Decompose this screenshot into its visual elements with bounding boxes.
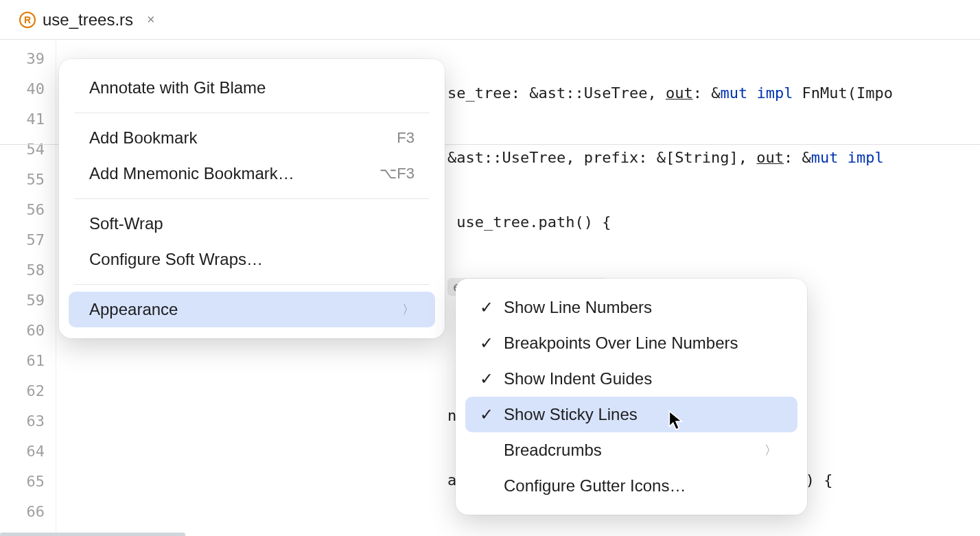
close-icon[interactable]: × <box>147 12 155 27</box>
line-number[interactable]: 55 <box>0 165 45 195</box>
chevron-right-icon: 〉 <box>402 301 415 318</box>
line-number[interactable]: 39 <box>0 44 45 74</box>
check-icon: ✓ <box>479 369 494 388</box>
menu-shortcut: ⌥F3 <box>380 165 415 183</box>
tab-title: use_trees.rs <box>43 10 133 30</box>
appearance-submenu: ✓Show Line Numbers ✓Breakpoints Over Lin… <box>456 279 807 515</box>
menu-item-label: Add Mnemonic Bookmark… <box>89 164 294 183</box>
chevron-right-icon: 〉 <box>765 442 777 458</box>
menu-item-label: Appearance <box>89 300 178 319</box>
menu-item-add-mnemonic-bookmark[interactable]: Add Mnemonic Bookmark… ⌥F3 <box>69 156 435 191</box>
menu-item-label: Show Line Numbers <box>504 298 652 317</box>
line-number[interactable]: 65 <box>0 467 45 497</box>
line-number[interactable]: 63 <box>0 406 45 436</box>
check-icon: ✓ <box>479 405 494 424</box>
menu-item-label: Add Bookmark <box>89 128 197 148</box>
editor-tab[interactable]: R use_trees.rs × <box>8 0 166 39</box>
menu-item-appearance[interactable]: Appearance 〉 <box>69 292 435 327</box>
line-number[interactable]: 66 <box>0 497 45 527</box>
menu-separator <box>74 113 430 113</box>
line-number[interactable]: 56 <box>0 195 45 225</box>
menu-shortcut: F3 <box>397 129 415 147</box>
line-number[interactable]: 62 <box>0 376 45 406</box>
menu-item-soft-wrap[interactable]: Soft-Wrap <box>69 206 435 242</box>
line-number[interactable]: 54 <box>0 135 45 165</box>
menu-item-label: Configure Soft Wraps… <box>89 250 263 269</box>
line-number[interactable]: 40 <box>0 74 45 104</box>
menu-item-label: Show Indent Guides <box>504 369 652 388</box>
gutter[interactable]: 39 40 41 54 55 56 57 58 59 60 61 62 63 6… <box>0 40 56 536</box>
menu-item-label: Breakpoints Over Line Numbers <box>504 334 738 353</box>
line-number[interactable]: 41 <box>0 104 45 135</box>
menu-item-configure-gutter-icons[interactable]: Configure Gutter Icons… <box>465 468 797 504</box>
menu-item-label: Configure Gutter Icons… <box>504 476 686 496</box>
menu-item-breadcrumbs[interactable]: Breadcrumbs 〉 <box>465 432 797 468</box>
line-number[interactable]: 58 <box>0 255 45 286</box>
gutter-context-menu: Annotate with Git Blame Add Bookmark F3 … <box>59 59 445 338</box>
menu-item-label: Soft-Wrap <box>89 214 163 233</box>
menu-item-show-indent-guides[interactable]: ✓Show Indent Guides <box>465 361 797 397</box>
code-line[interactable]: ); <box>56 530 980 536</box>
line-number[interactable]: 57 <box>0 225 45 255</box>
menu-item-label: Annotate with Git Blame <box>89 78 266 97</box>
menu-item-show-line-numbers[interactable]: ✓Show Line Numbers <box>465 290 797 325</box>
menu-item-show-sticky-lines[interactable]: ✓Show Sticky Lines <box>465 397 797 432</box>
line-number[interactable]: 60 <box>0 316 45 346</box>
check-icon: ✓ <box>479 334 494 353</box>
line-number[interactable]: 59 <box>0 286 45 316</box>
rust-file-icon: R <box>19 12 36 28</box>
menu-separator <box>74 284 430 285</box>
menu-item-add-bookmark[interactable]: Add Bookmark F3 <box>69 120 435 156</box>
tab-bar: R use_trees.rs × <box>0 0 980 40</box>
menu-item-label: Show Sticky Lines <box>504 405 638 424</box>
menu-item-configure-soft-wraps[interactable]: Configure Soft Wraps… <box>69 242 435 277</box>
menu-separator <box>74 198 430 199</box>
check-icon: ✓ <box>479 298 494 317</box>
menu-item-breakpoints-over-line-numbers[interactable]: ✓Breakpoints Over Line Numbers <box>465 325 797 361</box>
menu-item-annotate-git-blame[interactable]: Annotate with Git Blame <box>69 70 435 106</box>
line-number[interactable]: 61 <box>0 346 45 376</box>
tab-active-indicator <box>0 533 185 536</box>
menu-item-label: Breadcrumbs <box>504 441 602 460</box>
line-number[interactable]: 64 <box>0 436 45 467</box>
